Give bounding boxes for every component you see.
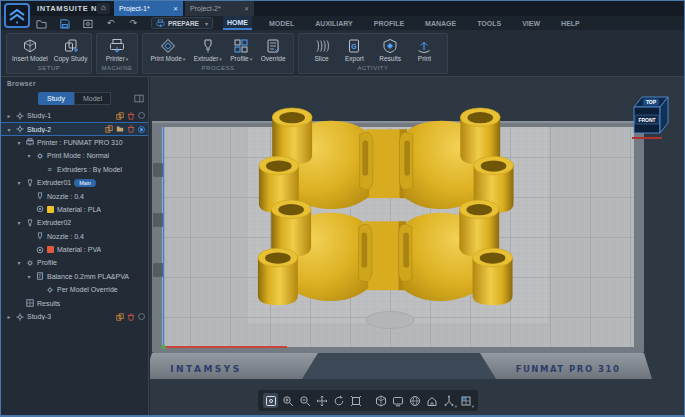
home-view-icon[interactable] xyxy=(424,393,439,408)
home-button[interactable]: ⌂ xyxy=(97,3,110,14)
tab-study[interactable]: Study xyxy=(38,92,74,105)
rotate-view-icon[interactable] xyxy=(331,393,346,408)
tree-item-study-3[interactable]: ▸ Study-3 xyxy=(1,310,148,323)
expander-icon[interactable]: ▸ xyxy=(6,313,12,320)
section-view-icon[interactable]: ▾ xyxy=(458,393,473,408)
tree-item-print-mode[interactable]: ▾ Print Mode : Normal xyxy=(1,149,148,162)
copy-icon[interactable] xyxy=(105,125,113,133)
pan-icon[interactable] xyxy=(314,393,329,408)
axes-view-icon[interactable]: ▾ xyxy=(441,393,456,408)
tree-item-study-1[interactable]: ▸ Study-1 xyxy=(1,109,148,122)
zoom-icon[interactable] xyxy=(297,393,312,408)
project-tabs: Project-1* ✕ Project-2* ✕ xyxy=(114,1,256,16)
expander-icon[interactable]: ▾ xyxy=(16,179,22,186)
fit-view-icon[interactable] xyxy=(263,393,278,408)
delete-icon[interactable] xyxy=(127,125,135,133)
print-button[interactable]: Print xyxy=(413,37,435,63)
menu-help[interactable]: HELP xyxy=(557,16,584,30)
expander-icon[interactable]: ▾ xyxy=(16,259,22,266)
tree-item-study-2[interactable]: ▾ Study-2 xyxy=(1,122,148,135)
delete-icon[interactable] xyxy=(127,112,135,120)
menu-profile[interactable]: PROFILE xyxy=(370,16,408,30)
undo-icon[interactable]: ↶ xyxy=(104,17,117,29)
plate-bezel: INTAMSYS FUNMAT PRO 310 xyxy=(150,353,652,379)
expander-icon[interactable]: ▾ xyxy=(26,273,32,280)
dropdown-icon: ▾ xyxy=(250,56,253,62)
close-icon[interactable]: ✕ xyxy=(244,5,249,12)
menu-tools[interactable]: TOOLS xyxy=(473,16,505,30)
tree-item-profile[interactable]: ▾ Profile xyxy=(1,256,148,269)
quick-access-toolbar: ↶ ↷ xyxy=(35,17,140,29)
results-button[interactable]: Results xyxy=(376,37,404,63)
expander-icon[interactable]: ▾ xyxy=(26,152,32,159)
menu-manage[interactable]: MANAGE xyxy=(421,16,460,30)
expander-icon[interactable]: ▾ xyxy=(16,219,22,226)
reset-view-icon[interactable] xyxy=(348,393,363,408)
insert-model-button[interactable]: Insert Model xyxy=(9,37,51,63)
open-file-icon[interactable] xyxy=(35,17,48,29)
expander-icon[interactable]: ▸ xyxy=(6,112,12,119)
save-icon[interactable] xyxy=(58,17,71,29)
gear-icon xyxy=(25,258,34,267)
intamsys-logo-icon xyxy=(7,7,27,25)
tree-item-nozzle-1[interactable]: Nozzle : 0.4 xyxy=(1,189,148,202)
tab-model[interactable]: Model xyxy=(74,92,111,105)
profile-button[interactable]: Profile▾ xyxy=(227,37,255,63)
screen-view-icon[interactable] xyxy=(390,393,405,408)
active-study-radio[interactable] xyxy=(138,313,145,320)
chevron-down-icon: ▾ xyxy=(205,20,208,27)
expander-icon[interactable]: ▾ xyxy=(6,126,12,133)
brand-right: FUNMAT PRO 310 xyxy=(516,364,621,374)
browser-tabs: Study Model xyxy=(1,89,148,109)
redo-icon[interactable]: ↷ xyxy=(127,17,140,29)
delete-icon[interactable] xyxy=(127,313,135,321)
globe-view-icon[interactable] xyxy=(407,393,422,408)
tree-item-extruder01[interactable]: ▾ Extruder01 Main xyxy=(1,176,148,189)
tree-item-results[interactable]: Results xyxy=(1,296,148,309)
copy-icon[interactable] xyxy=(116,112,124,120)
active-study-radio[interactable] xyxy=(138,112,145,119)
expander-icon[interactable]: ▾ xyxy=(16,139,22,146)
zoom-window-icon[interactable] xyxy=(280,393,295,408)
close-icon[interactable]: ✕ xyxy=(173,5,178,12)
print-mode-button[interactable]: Print Mode▾ xyxy=(147,37,188,63)
tab-project-1[interactable]: Project-1* ✕ xyxy=(114,1,183,16)
printer-button[interactable]: Printer▾ xyxy=(103,37,132,63)
view-cube[interactable]: TOP FRONT xyxy=(630,91,670,141)
mode-dropdown[interactable]: PREPARE ▾ xyxy=(151,17,213,29)
menu-view[interactable]: VIEW xyxy=(518,16,544,30)
override-button[interactable]: Override xyxy=(258,37,289,63)
tree-item-material-pla[interactable]: Material : PLA xyxy=(1,203,148,216)
titlebar: INTAMSUITE NEO ⌂ Project-1* ✕ Project-2*… xyxy=(1,1,684,16)
material-color-swatch xyxy=(47,206,54,213)
viewport-3d[interactable]: INTAMSYS FUNMAT PRO 310 TOP FRON xyxy=(150,77,684,415)
list-icon: ≡ xyxy=(45,165,54,174)
menu-home[interactable]: HOME xyxy=(223,16,252,30)
profile-icon xyxy=(233,38,249,54)
extruder-button[interactable]: Extruder▾ xyxy=(191,37,225,63)
export-button[interactable]: G Export xyxy=(342,37,367,63)
dropdown-icon: ▾ xyxy=(472,404,474,409)
active-study-indicator[interactable] xyxy=(138,126,145,133)
tree-item-printer[interactable]: ▾ Printer : FUNMAT PRO 310 xyxy=(1,136,148,149)
package-icon[interactable] xyxy=(81,17,94,29)
tree-item-material-pva[interactable]: Material : PVA xyxy=(1,243,148,256)
menu-model[interactable]: MODEL xyxy=(265,16,298,30)
slice-button[interactable]: Slice xyxy=(311,37,333,63)
tab-project-2[interactable]: Project-2* ✕ xyxy=(185,1,254,16)
copy-icon[interactable] xyxy=(116,313,124,321)
tree-item-extruder02[interactable]: ▾ Extruder02 xyxy=(1,216,148,229)
panel-title: Browser xyxy=(1,77,148,89)
tree-item-nozzle-2[interactable]: Nozzle : 0.4 xyxy=(1,230,148,243)
study-icon xyxy=(15,111,24,120)
collapse-panel-icon[interactable] xyxy=(134,94,144,103)
insert-model-icon xyxy=(22,38,38,54)
material-icon xyxy=(35,245,44,254)
tree-item-extruders-mode[interactable]: ≡ Extruders : By Model xyxy=(1,163,148,176)
standard-views-icon[interactable] xyxy=(373,393,388,408)
copy-study-button[interactable]: Copy Study xyxy=(51,37,91,63)
menu-auxiliary[interactable]: AUXILIARY xyxy=(311,16,356,30)
folder-icon[interactable] xyxy=(116,125,124,133)
tree-item-profile-preset[interactable]: ▾ Balance 0.2mm PLA&PVA xyxy=(1,270,148,283)
tree-item-per-model-override[interactable]: Per Model Override xyxy=(1,283,148,296)
